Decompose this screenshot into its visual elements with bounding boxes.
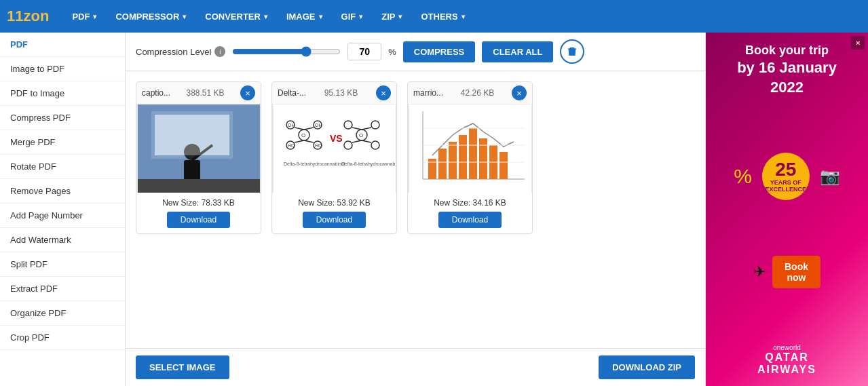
- download-button[interactable]: Download: [303, 212, 366, 228]
- trash-button[interactable]: [560, 39, 584, 64]
- file-card-footer: New Size: 34.16 KB Download: [408, 193, 532, 233]
- ad-panel: ✕ Book your trip by 16 January 2022 % 25…: [705, 33, 868, 386]
- nav-item-gif[interactable]: GIF ▾: [332, 0, 373, 33]
- compression-slider[interactable]: [232, 46, 341, 57]
- new-size-text: New Size: 34.16 KB: [413, 198, 527, 208]
- content-area: Compression Level i % COMPRESS CLEAR ALL: [126, 33, 705, 386]
- sidebar-item-split-pdf[interactable]: Split PDF: [0, 252, 125, 277]
- file-card-header: marrio... 42.26 KB ×: [408, 82, 532, 104]
- select-image-button[interactable]: SELECT IMAGE: [136, 355, 229, 379]
- file-card: marrio... 42.26 KB ×: [407, 81, 533, 234]
- download-zip-button[interactable]: DOWNLOAD ZIP: [599, 355, 695, 379]
- svg-rect-44: [469, 128, 477, 179]
- ad-inner: ✕ Book your trip by 16 January 2022 % 25…: [706, 33, 868, 386]
- svg-rect-41: [438, 149, 447, 179]
- download-button[interactable]: Download: [167, 212, 230, 228]
- file-preview: [408, 104, 532, 193]
- svg-rect-8: [155, 115, 229, 155]
- nav-item-zip[interactable]: ZIP ▾: [372, 0, 411, 33]
- svg-rect-42: [449, 142, 457, 179]
- file-size: 42.26 KB: [461, 88, 494, 98]
- svg-rect-45: [479, 138, 487, 179]
- trash-icon: [567, 46, 578, 57]
- download-button[interactable]: Download: [438, 212, 502, 228]
- chevron-down-icon: ▾: [319, 13, 322, 20]
- compression-value-input[interactable]: [347, 43, 381, 60]
- logo-text: 11zon: [7, 7, 49, 24]
- file-size: 95.13 KB: [324, 88, 358, 98]
- files-area: captio... 388.51 KB ×: [126, 71, 705, 348]
- top-navigation: 11zon PDF ▾ COMPRESSOR ▾ CONVERTER ▾ IMA…: [0, 0, 868, 33]
- sidebar-item-pdf-to-image[interactable]: PDF to Image: [0, 81, 125, 106]
- nav-item-others[interactable]: OTHERS ▾: [411, 0, 474, 33]
- svg-text:VS: VS: [330, 133, 343, 144]
- svg-text:OH: OH: [288, 123, 295, 128]
- nav-item-pdf[interactable]: PDF ▾: [62, 0, 106, 33]
- toolbar: Compression Level i % COMPRESS CLEAR ALL: [126, 33, 705, 71]
- file-name: Delta-...: [278, 88, 306, 98]
- new-size-text: New Size: 53.92 KB: [278, 198, 391, 208]
- main-layout: PDF Image to PDF PDF to Image Compress P…: [0, 33, 868, 386]
- chevron-down-icon: ▾: [398, 13, 402, 20]
- sidebar-item-merge-pdf[interactable]: Merge PDF: [0, 130, 125, 155]
- svg-text:Delta-8-tetrahydrocannabinol: Delta-8-tetrahydrocannabinol: [341, 161, 396, 167]
- file-size: 388.51 KB: [186, 88, 224, 98]
- file-preview: [136, 104, 261, 193]
- airplane-icon: ✈: [753, 263, 766, 281]
- info-icon[interactable]: i: [214, 46, 225, 57]
- sidebar-item-organize-pdf[interactable]: Organize PDF: [0, 301, 125, 326]
- sidebar-item-image-to-pdf[interactable]: Image to PDF: [0, 57, 125, 81]
- clear-all-button[interactable]: CLEAR ALL: [482, 41, 553, 62]
- logo[interactable]: 11zon: [7, 7, 49, 25]
- preview-image: [409, 104, 531, 193]
- bottom-bar: SELECT IMAGE DOWNLOAD ZIP: [126, 348, 705, 386]
- chevron-down-icon: ▾: [461, 13, 465, 20]
- preview-image: O OH OH HO HO VS: [273, 104, 396, 193]
- file-preview: O OH OH HO HO VS: [272, 104, 396, 193]
- close-button[interactable]: ×: [240, 85, 255, 100]
- svg-text:Delta-9-tetrahydrocannabinol: Delta-9-tetrahydrocannabinol: [284, 161, 345, 167]
- sidebar-item-crop-pdf[interactable]: Crop PDF: [0, 326, 125, 350]
- sidebar-item-remove-pages[interactable]: Remove Pages: [0, 179, 125, 204]
- ad-text-top: Book your trip by 16 January 2022: [737, 43, 837, 98]
- new-size-text: New Size: 78.33 KB: [142, 198, 255, 208]
- nav-item-converter[interactable]: CONVERTER ▾: [195, 0, 277, 33]
- svg-rect-47: [499, 152, 508, 179]
- chevron-down-icon: ▾: [359, 13, 362, 20]
- file-card: Delta-... 95.13 KB ×: [271, 81, 397, 234]
- sidebar-item-add-watermark[interactable]: Add Watermark: [0, 228, 125, 252]
- chevron-down-icon: ▾: [93, 13, 96, 20]
- sidebar-item-compress-pdf[interactable]: Compress PDF: [0, 106, 125, 130]
- percentage-icon: %: [734, 165, 752, 188]
- sidebar-item-extract-pdf[interactable]: Extract PDF: [0, 277, 125, 301]
- nav-item-compressor[interactable]: COMPRESSOR ▾: [106, 0, 195, 33]
- preview-image: [138, 104, 260, 193]
- nav-item-image[interactable]: IMAGE ▾: [277, 0, 332, 33]
- sidebar-item-pdf[interactable]: PDF: [0, 33, 125, 57]
- ad-close-button[interactable]: ✕: [851, 36, 865, 50]
- close-button[interactable]: ×: [512, 85, 527, 100]
- close-button[interactable]: ×: [376, 85, 391, 100]
- svg-text:O: O: [301, 132, 305, 138]
- svg-text:HO: HO: [315, 143, 322, 148]
- file-card-footer: New Size: 78.33 KB Download: [136, 193, 261, 233]
- file-card: captio... 388.51 KB ×: [136, 81, 261, 234]
- svg-rect-43: [459, 135, 467, 179]
- svg-text:OH: OH: [315, 123, 322, 128]
- svg-text:O: O: [359, 132, 363, 138]
- file-name: marrio...: [413, 88, 443, 98]
- sidebar-item-add-page-number[interactable]: Add Page Number: [0, 204, 125, 228]
- ad-footer: oneworld QATARAIRWAYS: [757, 344, 816, 376]
- sidebar-item-rotate-pdf[interactable]: Rotate PDF: [0, 155, 125, 179]
- camera-icon: 📷: [820, 167, 840, 186]
- file-card-header: captio... 388.51 KB ×: [136, 82, 261, 104]
- chevron-down-icon: ▾: [264, 13, 267, 20]
- book-now-button[interactable]: Book now: [772, 256, 820, 288]
- compress-button[interactable]: COMPRESS: [403, 41, 475, 62]
- svg-rect-7: [138, 179, 260, 193]
- file-card-footer: New Size: 53.92 KB Download: [272, 193, 396, 233]
- years-badge: 25 YEARS OFEXCELLENCE: [762, 153, 810, 200]
- file-name: captio...: [142, 88, 170, 98]
- file-card-header: Delta-... 95.13 KB ×: [272, 82, 396, 104]
- compression-label: Compression Level i: [136, 46, 225, 57]
